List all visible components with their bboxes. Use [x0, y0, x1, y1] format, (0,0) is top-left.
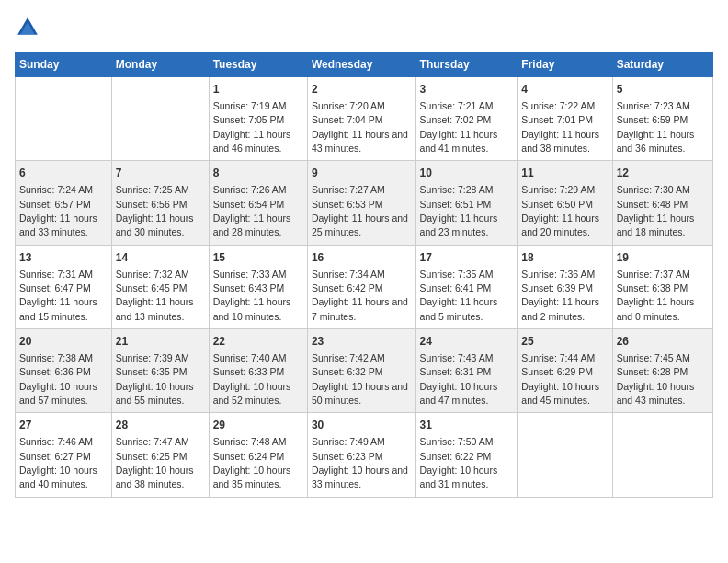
day-info: Sunrise: 7:35 AM Sunset: 6:41 PM Dayligh…: [420, 269, 498, 322]
calendar-cell: 6Sunrise: 7:24 AM Sunset: 6:57 PM Daylig…: [16, 161, 112, 245]
day-info: Sunrise: 7:50 AM Sunset: 6:22 PM Dayligh…: [420, 436, 498, 489]
day-info: Sunrise: 7:28 AM Sunset: 6:51 PM Dayligh…: [420, 184, 498, 237]
calendar-cell: 16Sunrise: 7:34 AM Sunset: 6:42 PM Dayli…: [307, 245, 415, 328]
calendar-cell: 18Sunrise: 7:36 AM Sunset: 6:39 PM Dayli…: [518, 245, 612, 328]
day-number: 18: [521, 250, 608, 266]
day-info: Sunrise: 7:46 AM Sunset: 6:27 PM Dayligh…: [19, 436, 97, 489]
day-number: 10: [420, 166, 514, 181]
day-number: 25: [521, 334, 608, 350]
day-number: 17: [420, 250, 514, 266]
calendar-cell: 17Sunrise: 7:35 AM Sunset: 6:41 PM Dayli…: [415, 245, 518, 328]
day-number: 9: [312, 166, 412, 181]
column-header-friday: Friday: [518, 52, 612, 77]
day-info: Sunrise: 7:37 AM Sunset: 6:38 PM Dayligh…: [617, 269, 695, 322]
week-row-5: 27Sunrise: 7:46 AM Sunset: 6:27 PM Dayli…: [16, 413, 713, 497]
logo: [15, 15, 44, 40]
calendar-cell: 24Sunrise: 7:43 AM Sunset: 6:31 PM Dayli…: [415, 329, 518, 413]
calendar-cell: 23Sunrise: 7:42 AM Sunset: 6:32 PM Dayli…: [307, 329, 415, 413]
calendar-cell: 15Sunrise: 7:33 AM Sunset: 6:43 PM Dayli…: [209, 245, 307, 328]
calendar-cell: 14Sunrise: 7:32 AM Sunset: 6:45 PM Dayli…: [111, 245, 209, 328]
calendar-cell: 13Sunrise: 7:31 AM Sunset: 6:47 PM Dayli…: [16, 245, 112, 328]
day-info: Sunrise: 7:21 AM Sunset: 7:02 PM Dayligh…: [420, 100, 498, 154]
calendar-cell: 9Sunrise: 7:27 AM Sunset: 6:53 PM Daylig…: [307, 161, 415, 245]
column-header-wednesday: Wednesday: [307, 52, 415, 77]
calendar-table: SundayMondayTuesdayWednesdayThursdayFrid…: [15, 52, 713, 498]
week-row-4: 20Sunrise: 7:38 AM Sunset: 6:36 PM Dayli…: [16, 329, 713, 413]
day-number: 22: [213, 334, 303, 350]
calendar-cell: 20Sunrise: 7:38 AM Sunset: 6:36 PM Dayli…: [16, 329, 112, 413]
day-info: Sunrise: 7:34 AM Sunset: 6:42 PM Dayligh…: [312, 269, 408, 322]
calendar-cell: 21Sunrise: 7:39 AM Sunset: 6:35 PM Dayli…: [111, 329, 209, 413]
day-number: 26: [617, 334, 709, 350]
calendar-cell: 22Sunrise: 7:40 AM Sunset: 6:33 PM Dayli…: [209, 329, 307, 413]
day-info: Sunrise: 7:40 AM Sunset: 6:33 PM Dayligh…: [213, 352, 291, 406]
calendar-cell: [16, 77, 112, 161]
day-info: Sunrise: 7:39 AM Sunset: 6:35 PM Dayligh…: [116, 352, 194, 406]
day-info: Sunrise: 7:20 AM Sunset: 7:04 PM Dayligh…: [312, 100, 408, 154]
day-number: 19: [617, 250, 709, 266]
day-info: Sunrise: 7:44 AM Sunset: 6:29 PM Dayligh…: [521, 352, 599, 406]
day-number: 23: [312, 334, 412, 350]
day-info: Sunrise: 7:49 AM Sunset: 6:23 PM Dayligh…: [312, 436, 408, 489]
day-info: Sunrise: 7:33 AM Sunset: 6:43 PM Dayligh…: [213, 269, 291, 322]
calendar-cell: 29Sunrise: 7:48 AM Sunset: 6:24 PM Dayli…: [209, 413, 307, 497]
day-number: 2: [312, 82, 412, 98]
day-number: 3: [420, 82, 514, 98]
day-number: 15: [213, 250, 303, 266]
day-number: 21: [116, 334, 205, 350]
calendar-cell: 12Sunrise: 7:30 AM Sunset: 6:48 PM Dayli…: [612, 161, 712, 245]
calendar-cell: 1Sunrise: 7:19 AM Sunset: 7:05 PM Daylig…: [209, 77, 307, 161]
column-header-monday: Monday: [111, 52, 209, 77]
calendar-cell: 10Sunrise: 7:28 AM Sunset: 6:51 PM Dayli…: [415, 161, 518, 245]
day-number: 27: [19, 418, 108, 433]
column-header-sunday: Sunday: [16, 52, 112, 77]
day-number: 11: [521, 166, 608, 181]
column-header-thursday: Thursday: [415, 52, 518, 77]
day-info: Sunrise: 7:30 AM Sunset: 6:48 PM Dayligh…: [617, 184, 695, 237]
calendar-cell: 2Sunrise: 7:20 AM Sunset: 7:04 PM Daylig…: [307, 77, 415, 161]
day-number: 13: [19, 250, 108, 266]
column-header-tuesday: Tuesday: [209, 52, 307, 77]
calendar-cell: 26Sunrise: 7:45 AM Sunset: 6:28 PM Dayli…: [612, 329, 712, 413]
day-info: Sunrise: 7:24 AM Sunset: 6:57 PM Dayligh…: [19, 184, 97, 237]
day-info: Sunrise: 7:25 AM Sunset: 6:56 PM Dayligh…: [116, 184, 194, 237]
day-number: 8: [213, 166, 303, 181]
day-info: Sunrise: 7:48 AM Sunset: 6:24 PM Dayligh…: [213, 436, 291, 489]
calendar-cell: 30Sunrise: 7:49 AM Sunset: 6:23 PM Dayli…: [307, 413, 415, 497]
calendar-cell: [111, 77, 209, 161]
logo-icon: [15, 15, 40, 40]
calendar-cell: 19Sunrise: 7:37 AM Sunset: 6:38 PM Dayli…: [612, 245, 712, 328]
day-info: Sunrise: 7:32 AM Sunset: 6:45 PM Dayligh…: [116, 269, 194, 322]
day-number: 12: [617, 166, 709, 181]
calendar-cell: 11Sunrise: 7:29 AM Sunset: 6:50 PM Dayli…: [518, 161, 612, 245]
day-number: 28: [116, 418, 205, 433]
day-number: 4: [521, 82, 608, 98]
day-info: Sunrise: 7:36 AM Sunset: 6:39 PM Dayligh…: [521, 269, 599, 322]
calendar-cell: 7Sunrise: 7:25 AM Sunset: 6:56 PM Daylig…: [111, 161, 209, 245]
day-number: 29: [213, 418, 303, 433]
calendar-cell: 3Sunrise: 7:21 AM Sunset: 7:02 PM Daylig…: [415, 77, 518, 161]
calendar-cell: 8Sunrise: 7:26 AM Sunset: 6:54 PM Daylig…: [209, 161, 307, 245]
calendar-header-row: SundayMondayTuesdayWednesdayThursdayFrid…: [16, 52, 713, 77]
calendar-cell: [518, 413, 612, 497]
day-info: Sunrise: 7:38 AM Sunset: 6:36 PM Dayligh…: [19, 352, 97, 406]
day-number: 16: [312, 250, 412, 266]
calendar-cell: 31Sunrise: 7:50 AM Sunset: 6:22 PM Dayli…: [415, 413, 518, 497]
calendar-cell: [612, 413, 712, 497]
day-number: 6: [19, 166, 108, 181]
day-number: 20: [19, 334, 108, 350]
day-number: 14: [116, 250, 205, 266]
day-info: Sunrise: 7:45 AM Sunset: 6:28 PM Dayligh…: [617, 352, 695, 406]
day-info: Sunrise: 7:27 AM Sunset: 6:53 PM Dayligh…: [312, 184, 408, 237]
day-info: Sunrise: 7:22 AM Sunset: 7:01 PM Dayligh…: [521, 100, 599, 154]
calendar-cell: 28Sunrise: 7:47 AM Sunset: 6:25 PM Dayli…: [111, 413, 209, 497]
day-info: Sunrise: 7:23 AM Sunset: 6:59 PM Dayligh…: [617, 100, 695, 154]
day-info: Sunrise: 7:43 AM Sunset: 6:31 PM Dayligh…: [420, 352, 498, 406]
calendar-cell: 5Sunrise: 7:23 AM Sunset: 6:59 PM Daylig…: [612, 77, 712, 161]
page-header: [15, 15, 713, 40]
day-number: 24: [420, 334, 514, 350]
calendar-cell: 27Sunrise: 7:46 AM Sunset: 6:27 PM Dayli…: [16, 413, 112, 497]
day-info: Sunrise: 7:29 AM Sunset: 6:50 PM Dayligh…: [521, 184, 599, 237]
day-info: Sunrise: 7:42 AM Sunset: 6:32 PM Dayligh…: [312, 352, 408, 406]
calendar-cell: 4Sunrise: 7:22 AM Sunset: 7:01 PM Daylig…: [518, 77, 612, 161]
